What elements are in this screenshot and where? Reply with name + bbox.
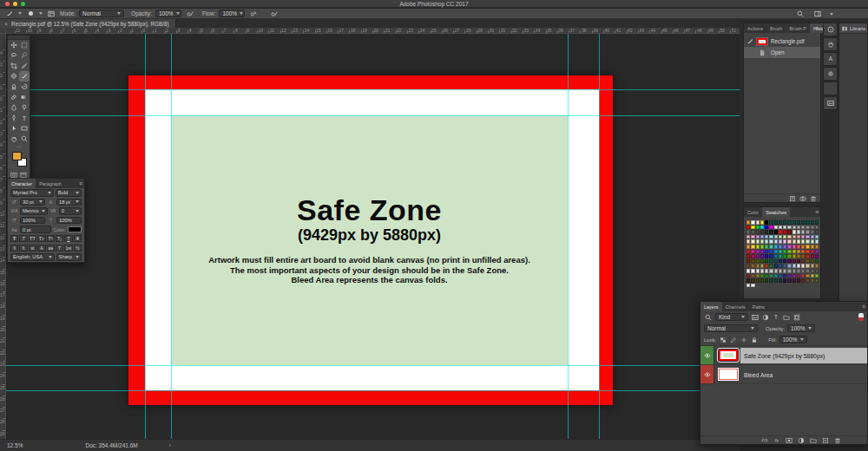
layer-visibility-eye-icon[interactable] bbox=[700, 346, 714, 364]
workspace-switcher-icon[interactable] bbox=[812, 10, 823, 18]
color-swatch[interactable] bbox=[760, 220, 764, 225]
color-swatch[interactable] bbox=[746, 239, 750, 244]
color-swatch[interactable] bbox=[756, 274, 760, 278]
char-style-button-4[interactable]: T¹ bbox=[47, 235, 55, 242]
color-swatch[interactable] bbox=[774, 259, 778, 264]
color-swatch[interactable] bbox=[797, 235, 800, 239]
layers-menu-icon[interactable]: ≡ bbox=[862, 302, 865, 311]
color-swatch[interactable] bbox=[806, 259, 809, 264]
toolbar-overflow-icon[interactable]: ⋯ bbox=[8, 144, 30, 149]
layer-visibility-eye-icon[interactable] bbox=[700, 365, 714, 383]
tool-hand[interactable] bbox=[9, 134, 19, 144]
color-swatch[interactable] bbox=[746, 230, 750, 234]
horizontal-ruler[interactable]: 1110987654321012345678910111213141516171… bbox=[6, 28, 740, 34]
color-swatch[interactable] bbox=[765, 254, 768, 258]
color-swatch[interactable] bbox=[765, 278, 768, 283]
vertical-ruler[interactable]: 4321012345678910111213141516171819202122… bbox=[0, 34, 6, 439]
close-tab-icon[interactable]: × bbox=[4, 21, 8, 27]
tool-crop[interactable] bbox=[9, 61, 19, 71]
color-swatch[interactable] bbox=[774, 250, 778, 254]
color-swatch[interactable] bbox=[760, 259, 764, 264]
tool-healing[interactable] bbox=[9, 71, 19, 82]
color-swatch[interactable] bbox=[797, 239, 800, 244]
color-swatch[interactable] bbox=[806, 245, 809, 249]
color-swatch[interactable] bbox=[746, 269, 750, 273]
color-swatch[interactable] bbox=[760, 264, 764, 268]
filter-search-icon[interactable] bbox=[704, 313, 713, 322]
color-swatch[interactable] bbox=[774, 245, 778, 249]
hand-panel-icon[interactable] bbox=[823, 37, 838, 51]
tool-blur[interactable] bbox=[9, 102, 19, 113]
color-swatch[interactable] bbox=[797, 254, 800, 258]
layer-thumbnail[interactable] bbox=[718, 368, 739, 381]
color-swatch[interactable] bbox=[756, 235, 760, 239]
color-swatch[interactable] bbox=[792, 274, 796, 278]
libraries-tab[interactable]: Librarie... bbox=[839, 23, 867, 34]
color-swatch[interactable] bbox=[806, 230, 809, 234]
layer-thumbnail[interactable] bbox=[718, 349, 739, 362]
guide-vertical[interactable] bbox=[568, 34, 569, 439]
character-menu-icon[interactable]: ≡ bbox=[79, 179, 82, 188]
color-swatch[interactable] bbox=[806, 264, 809, 268]
char-style-button-7[interactable]: T bbox=[74, 235, 82, 242]
color-swatch[interactable] bbox=[760, 235, 764, 239]
brush-settings-panel-icon[interactable] bbox=[46, 10, 56, 18]
color-swatch[interactable] bbox=[760, 226, 764, 230]
color-swatch[interactable] bbox=[787, 220, 791, 225]
color-swatch[interactable] bbox=[765, 226, 768, 230]
guide-vertical[interactable] bbox=[145, 34, 146, 439]
color-swatch[interactable] bbox=[765, 230, 768, 234]
color-swatch[interactable] bbox=[815, 254, 819, 258]
color-swatch[interactable] bbox=[792, 235, 796, 239]
color-swatch[interactable] bbox=[779, 259, 782, 264]
color-swatch[interactable] bbox=[760, 274, 764, 278]
color-swatch[interactable] bbox=[779, 226, 782, 230]
layer-fill-select[interactable]: 100% bbox=[779, 336, 807, 343]
layer-name[interactable]: Bleed Area bbox=[740, 367, 867, 382]
adjustment-icon[interactable] bbox=[798, 437, 805, 444]
tool-brush[interactable] bbox=[19, 71, 30, 82]
tool-pathselect[interactable] bbox=[9, 123, 19, 134]
font-size-select[interactable]: 30 pt bbox=[20, 199, 45, 206]
color-swatch[interactable] bbox=[797, 269, 800, 273]
color-swatch[interactable] bbox=[769, 278, 773, 283]
color-swatch[interactable] bbox=[779, 278, 782, 283]
char-style-button-2[interactable]: TT bbox=[29, 235, 36, 242]
swatches-tab-swatches[interactable]: Swatches bbox=[762, 207, 790, 217]
color-swatch[interactable] bbox=[787, 245, 791, 249]
color-swatch[interactable] bbox=[769, 254, 773, 258]
color-swatch[interactable] bbox=[746, 278, 750, 283]
kerning-select[interactable]: Metrics bbox=[20, 207, 48, 215]
properties-panel-icon[interactable] bbox=[823, 67, 838, 81]
color-swatch[interactable] bbox=[787, 239, 791, 244]
color-swatch[interactable] bbox=[806, 278, 809, 283]
color-swatch[interactable] bbox=[760, 250, 764, 254]
color-swatch[interactable] bbox=[746, 250, 750, 254]
color-swatch[interactable] bbox=[751, 264, 754, 268]
swatches-tab-color[interactable]: Color bbox=[744, 207, 762, 217]
color-swatch[interactable] bbox=[746, 254, 750, 258]
swatches-menu-icon[interactable]: ≡ bbox=[815, 207, 819, 217]
opentype-button-2[interactable]: st bbox=[29, 245, 36, 252]
color-swatch[interactable] bbox=[787, 259, 791, 264]
color-swatch[interactable] bbox=[811, 226, 814, 230]
color-swatch[interactable] bbox=[751, 269, 754, 273]
color-swatch[interactable] bbox=[806, 239, 809, 244]
link-icon[interactable] bbox=[761, 437, 768, 444]
guide-horizontal[interactable] bbox=[6, 365, 740, 366]
text-color-swatch[interactable] bbox=[68, 226, 82, 232]
color-swatch[interactable] bbox=[806, 235, 809, 239]
color-swatch[interactable] bbox=[756, 220, 760, 225]
document-tab[interactable]: × Rectangle.pdf @ 12.5% (Safe Zone (9429… bbox=[0, 19, 176, 28]
adjustments-panel-icon[interactable] bbox=[823, 82, 838, 95]
color-swatch[interactable] bbox=[765, 239, 768, 244]
color-swatch[interactable] bbox=[792, 278, 796, 283]
blend-mode-select[interactable]: Normal bbox=[79, 10, 124, 17]
tool-dodge[interactable] bbox=[19, 102, 30, 113]
tool-shape[interactable] bbox=[19, 123, 30, 134]
color-swatch[interactable] bbox=[797, 274, 800, 278]
color-swatch[interactable] bbox=[801, 274, 805, 278]
color-swatch[interactable] bbox=[801, 278, 805, 283]
color-swatch[interactable] bbox=[811, 278, 814, 283]
color-swatch[interactable] bbox=[756, 250, 760, 254]
